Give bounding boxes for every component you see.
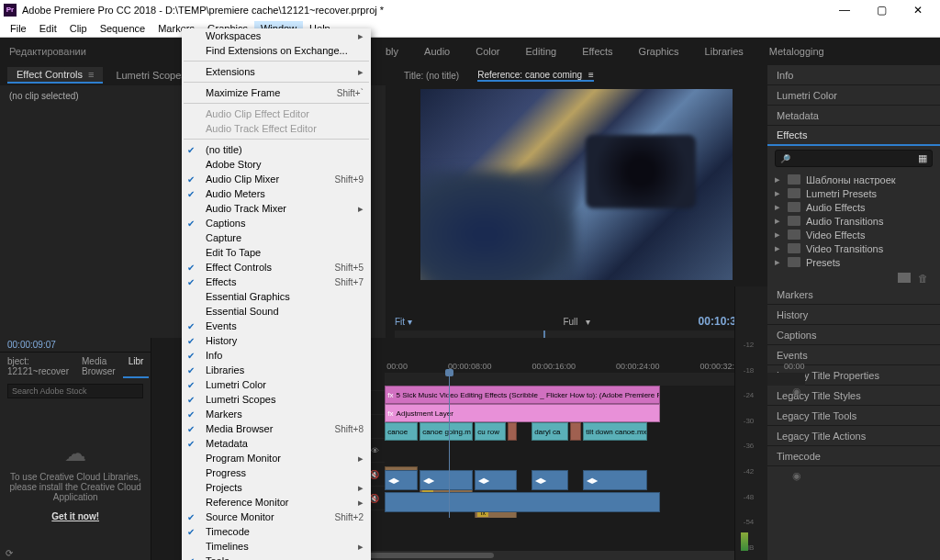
viewer-frame[interactable] — [420, 89, 733, 280]
tab-media-browser[interactable]: Media Browser — [76, 354, 121, 378]
panel-menu-icon[interactable]: ≡ — [88, 69, 94, 80]
menu-item-lumetri-scopes[interactable]: ✔Lumetri Scopes — [182, 392, 371, 407]
effects-folder[interactable]: ▸Video Effects — [775, 228, 933, 241]
workspace-graphics[interactable]: Graphics — [639, 46, 679, 57]
clip-daryl[interactable]: daryl ca — [532, 422, 568, 441]
clip-canoe[interactable]: canoe — [385, 422, 418, 441]
effects-folder[interactable]: ▸Presets — [775, 255, 933, 269]
delete-icon[interactable]: 🗑 — [918, 273, 931, 283]
tab-libraries[interactable]: Libr — [123, 354, 150, 378]
effects-folder[interactable]: ▸Audio Effects — [775, 200, 933, 214]
effects-folder[interactable]: ▸Шаблоны настроек — [775, 173, 933, 186]
menu-item-maximize-frame[interactable]: Maximize FrameShift+` — [182, 85, 371, 100]
menu-item-workspaces[interactable]: Workspaces▸ — [182, 28, 371, 43]
menu-item--no-title-[interactable]: ✔(no title) — [182, 142, 371, 157]
menu-item-source-monitor[interactable]: ✔Source MonitorShift+2 — [182, 510, 371, 524]
panel-history[interactable]: History — [767, 305, 940, 325]
clip-audio-1[interactable]: ◀▶ — [385, 470, 418, 490]
workspace-color[interactable]: Color — [476, 46, 499, 57]
tab-effect-controls[interactable]: Effect Controls≡ — [7, 67, 103, 84]
clip-audio-3[interactable]: ◀▶ — [475, 470, 517, 490]
menu-item-find-extensions-on-exchange-[interactable]: Find Extensions on Exchange... — [182, 43, 371, 58]
menu-item-events[interactable]: ✔Events — [182, 319, 371, 333]
workspace-metalogging[interactable]: Metalogging — [769, 46, 824, 57]
panel-menu-icon[interactable]: ≡ — [586, 70, 594, 80]
panel-metadata[interactable]: Metadata — [767, 106, 940, 126]
menu-item-timecode[interactable]: ✔Timecode — [182, 524, 371, 539]
effects-search[interactable]: 🔎 ▦ — [775, 150, 933, 167]
menu-item-essential-sound[interactable]: Essential Sound — [182, 304, 371, 319]
clip-audio-5[interactable]: ◀▶ — [583, 470, 647, 490]
resolution-dropdown[interactable]: Full ▾ — [563, 317, 589, 327]
workspace-libraries[interactable]: Libraries — [705, 46, 744, 57]
menu-item-captions[interactable]: ✔Captions — [182, 216, 371, 230]
menu-item-extensions[interactable]: Extensions▸ — [182, 64, 371, 79]
menu-item-lumetri-color[interactable]: ✔Lumetri Color — [182, 377, 371, 392]
menu-sequence[interactable]: Sequence — [94, 21, 152, 36]
workspace-effects[interactable]: Effects — [582, 46, 612, 57]
menu-edit[interactable]: Edit — [33, 21, 63, 36]
menu-item-capture[interactable]: Capture — [182, 230, 371, 245]
close-button[interactable]: ✕ — [900, 4, 936, 17]
clip-canoe-going[interactable]: canoe going.m — [420, 422, 473, 441]
workspace-editing[interactable]: Editing — [526, 46, 557, 57]
menu-item-audio-track-mixer[interactable]: Audio Track Mixer▸ — [182, 201, 371, 216]
menu-item-essential-graphics[interactable]: Essential Graphics — [182, 289, 371, 304]
menu-item-projects[interactable]: Projects▸ — [182, 480, 371, 495]
menu-item-metadata[interactable]: ✔Metadata — [182, 436, 371, 451]
clip-adjustment-layer[interactable]: fxAdjustment Layer — [385, 404, 660, 422]
menu-item-history[interactable]: ✔History — [182, 333, 371, 348]
effects-folder[interactable]: ▸Audio Transitions — [775, 214, 933, 228]
clip-cu-row[interactable]: cu row — [475, 422, 506, 441]
menu-file[interactable]: File — [4, 21, 33, 36]
new-bin-icon[interactable]: ▦ — [915, 152, 930, 164]
menu-item-markers[interactable]: ✔Markers — [182, 407, 371, 421]
tab-reference[interactable]: Reference: canoe coming ≡ — [477, 70, 594, 82]
menu-clip[interactable]: Clip — [63, 21, 94, 36]
workspace-bly[interactable]: bly — [386, 46, 398, 57]
cloud-message: To use Creative Cloud Libraries,please i… — [9, 472, 140, 502]
tab-project[interactable]: bject: 12121~recover — [2, 354, 74, 378]
search-stock-input[interactable] — [7, 384, 143, 398]
panel-lumetri-color[interactable]: Lumetri Color — [767, 85, 940, 106]
workspace-current[interactable]: Редактировании — [9, 46, 184, 57]
clip-effects-title[interactable]: fx5 Sick Music Video Editing Effects (Sc… — [385, 386, 660, 404]
menu-item-info[interactable]: ✔Info — [182, 348, 371, 363]
get-it-now-link[interactable]: Get it now! — [51, 511, 99, 521]
clip-audio-4[interactable]: ◀▶ — [532, 470, 568, 490]
workspace-audio[interactable]: Audio — [424, 46, 450, 57]
fit-dropdown[interactable]: Fit ▾ — [395, 317, 505, 327]
menu-item-program-monitor[interactable]: Program Monitor▸ — [182, 451, 371, 465]
menu-item-media-browser[interactable]: ✔Media BrowserShift+8 — [182, 421, 371, 436]
panel-markers[interactable]: Markers — [767, 285, 940, 305]
effects-search-input[interactable] — [793, 153, 915, 163]
folder-icon[interactable] — [898, 273, 911, 283]
status-sync-icon[interactable]: ⟳ — [0, 545, 15, 560]
clip-tilt-down[interactable]: tilt down canoe.mxf — [583, 422, 647, 441]
tab-title[interactable]: Title: (no title) — [404, 71, 459, 81]
menu-item-reference-monitor[interactable]: Reference Monitor▸ — [182, 495, 371, 510]
menu-item-edit-to-tape[interactable]: Edit To Tape — [182, 245, 371, 260]
effects-folder[interactable]: ▸Lumetri Presets — [775, 186, 933, 200]
menu-item-effect-controls[interactable]: ✔Effect ControlsShift+5 — [182, 260, 371, 274]
clip-audio-2[interactable]: ◀▶ — [420, 470, 473, 490]
effects-folder[interactable]: ▸Video Transitions — [775, 241, 933, 255]
menu-item-adobe-story[interactable]: Adobe Story — [182, 157, 371, 172]
menu-item-timelines[interactable]: Timelines▸ — [182, 539, 371, 554]
minimize-button[interactable]: — — [826, 4, 863, 17]
menu-item-audio-clip-mixer[interactable]: ✔Audio Clip MixerShift+9 — [182, 172, 371, 186]
menu-item-libraries[interactable]: ✔Libraries — [182, 363, 371, 377]
timeline-tab[interactable] — [161, 341, 178, 355]
window-titlebar: Pr Adobe Premiere Pro CC 2018 - D:\TEMP\… — [0, 0, 940, 19]
menu-item-progress[interactable]: Progress — [182, 465, 371, 480]
clip-small[interactable] — [508, 422, 517, 441]
panel-info[interactable]: Info — [767, 65, 940, 85]
clip-small2[interactable] — [570, 422, 581, 441]
source-timecode[interactable]: 00:00:09:07 — [0, 338, 151, 353]
menu-item-tools[interactable]: ✔Tools — [182, 554, 371, 560]
menu-item-audio-meters[interactable]: ✔Audio Meters — [182, 186, 371, 201]
clip-audio-music[interactable] — [385, 492, 660, 512]
maximize-button[interactable]: ▢ — [863, 4, 900, 17]
menu-item-effects[interactable]: ✔EffectsShift+7 — [182, 274, 371, 289]
panel-effects[interactable]: Effects — [767, 126, 940, 146]
